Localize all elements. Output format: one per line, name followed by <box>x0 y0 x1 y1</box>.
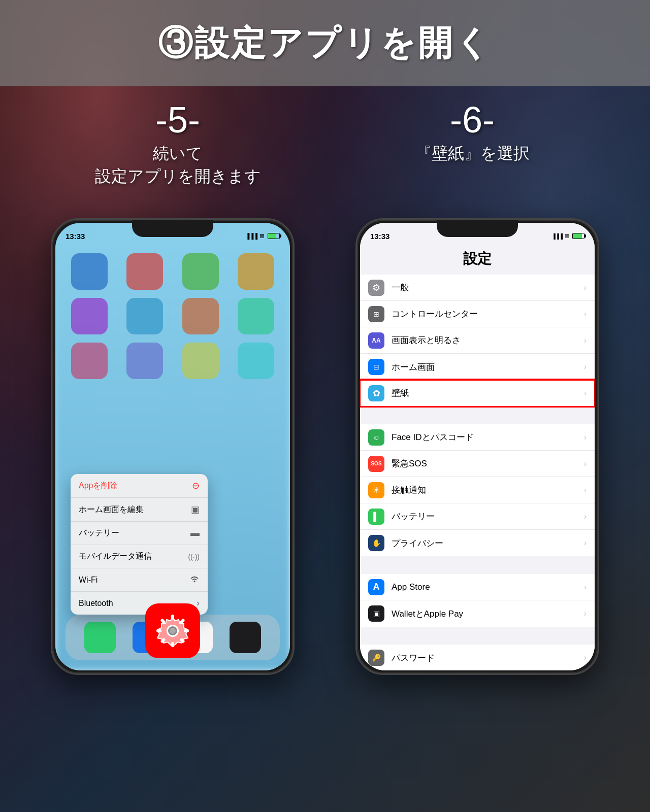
settings-control-chevron: › <box>584 310 587 319</box>
settings-wallpaper-chevron: › <box>584 389 587 398</box>
settings-general-icon: ⚙ <box>368 280 384 296</box>
settings-password-chevron: › <box>584 653 587 662</box>
context-menu-battery-label: バッテリー <box>79 528 119 538</box>
settings-row-privacy[interactable]: ✋ プライバシー › <box>360 530 595 556</box>
app-icon-7 <box>182 298 219 334</box>
settings-section-3: A App Store › ▣ WalletとApple Pay › <box>360 574 595 627</box>
svg-rect-5 <box>156 629 161 632</box>
settings-password-icon: 🔑 <box>368 650 384 666</box>
svg-point-0 <box>194 581 196 582</box>
settings-row-control-center[interactable]: ⊞ コントロールセンター › <box>360 301 595 327</box>
app-icon-1 <box>71 253 108 290</box>
phone-1-status-icons: ▐▐▐ 𝌆 <box>246 233 280 240</box>
settings-appstore-label: App Store <box>392 582 580 592</box>
context-menu-delete-icon: ⊖ <box>192 480 200 491</box>
settings-row-sos[interactable]: SOS 緊急SOS › <box>360 451 595 477</box>
phone-2-screen: 13:33 ▐▐▐ 𝌆 設定 <box>360 223 595 670</box>
context-menu-bluetooth-icon: › <box>197 598 200 608</box>
settings-battery-icon: ▌ <box>368 509 384 525</box>
app-icon-10 <box>126 343 163 379</box>
settings-gear-icon <box>154 613 191 649</box>
settings-section-2: ☺ Face IDとパスコード › SOS 緊急SOS › <box>360 424 595 556</box>
settings-appstore-icon: A <box>368 579 384 595</box>
context-menu-item-delete: Appを削除 ⊖ <box>71 474 208 498</box>
settings-section-4: 🔑 パスワード › <box>360 645 595 670</box>
settings-row-faceid[interactable]: ☺ Face IDとパスコード › <box>360 424 595 451</box>
svg-rect-3 <box>171 615 174 620</box>
settings-contact-label: 接触通知 <box>392 484 580 496</box>
phone-2-wifi-icon: 𝌆 <box>565 233 569 239</box>
settings-row-general[interactable]: ⚙ 一般 › <box>360 275 595 301</box>
context-menu-delete-label: Appを削除 <box>79 481 117 491</box>
context-menu-mobile-icon: ((·)) <box>188 553 200 561</box>
settings-password-label: パスワード <box>392 652 580 664</box>
settings-contact-chevron: › <box>584 486 587 495</box>
settings-wallet-icon: ▣ <box>368 605 384 622</box>
phone-1-status-bar: 13:33 ▐▐▐ 𝌆 <box>55 223 290 245</box>
settings-row-appstore[interactable]: A App Store › <box>360 574 595 600</box>
settings-sos-chevron: › <box>584 459 587 468</box>
settings-wallet-chevron: › <box>584 609 587 618</box>
context-menu-bluetooth-label: Bluetooth <box>79 599 113 608</box>
step-5-number: -5- <box>30 101 325 138</box>
settings-row-display[interactable]: AA 画面表示と明るさ › <box>360 327 595 354</box>
settings-icon-highlighted[interactable] <box>147 605 198 656</box>
context-menu-wifi-icon <box>189 574 200 585</box>
phone-2-status-bar: 13:33 ▐▐▐ 𝌆 <box>360 223 595 245</box>
context-menu-item-mobile-data: モバイルデータ通信 ((·)) <box>71 545 208 568</box>
settings-control-label: コントロールセンター <box>392 308 580 320</box>
settings-row-password[interactable]: 🔑 パスワード › <box>360 645 595 670</box>
settings-row-wallpaper[interactable]: ✿ 壁紙 › <box>360 380 595 407</box>
svg-point-12 <box>170 628 176 634</box>
settings-privacy-chevron: › <box>584 538 587 548</box>
phone-2-settings-screen: 13:33 ▐▐▐ 𝌆 設定 <box>360 223 595 670</box>
settings-row-contact-notify[interactable]: ☀ 接触通知 › <box>360 477 595 503</box>
phone-2-time: 13:33 <box>370 232 389 241</box>
settings-display-icon: AA <box>368 332 384 349</box>
app-icon-6 <box>126 298 163 334</box>
settings-wallet-label: WalletとApple Pay <box>392 608 580 620</box>
phone-1-home-screen: 13:33 ▐▐▐ 𝌆 <box>55 223 290 670</box>
svg-rect-6 <box>184 629 189 632</box>
app-icon-9 <box>71 343 108 379</box>
settings-faceid-chevron: › <box>584 433 587 442</box>
signal-icon: ▐▐▐ <box>246 233 257 239</box>
settings-privacy-icon: ✋ <box>368 535 384 551</box>
settings-contact-icon: ☀ <box>368 482 384 498</box>
phone-1-screen: 13:33 ▐▐▐ 𝌆 <box>55 223 290 670</box>
settings-home-label: ホーム画面 <box>392 361 580 373</box>
settings-list: ⚙ 一般 › ⊞ コントロールセンター › <box>360 275 595 670</box>
context-menu-edit-label: ホーム画面を編集 <box>79 504 144 515</box>
settings-row-home-screen[interactable]: ⊟ ホーム画面 › <box>360 354 595 380</box>
context-menu-edit-icon: ▣ <box>191 504 200 515</box>
phone-1-time: 13:33 <box>66 232 85 241</box>
settings-appstore-chevron: › <box>584 583 587 592</box>
home-icons-grid <box>66 253 280 379</box>
settings-battery-chevron: › <box>584 512 587 521</box>
settings-row-wallet[interactable]: ▣ WalletとApple Pay › <box>360 600 595 627</box>
wifi-status-icon: 𝌆 <box>259 233 265 240</box>
step-6: -6- 『壁紙』を選択 <box>325 91 620 188</box>
header: ③設定アプリを開く <box>0 0 650 86</box>
settings-battery-label: バッテリー <box>392 511 580 522</box>
phones-container: 13:33 ▐▐▐ 𝌆 <box>0 218 650 675</box>
step-6-desc: 『壁紙』を選択 <box>325 142 620 165</box>
phone-2-status-icons: ▐▐▐ 𝌆 <box>552 233 584 239</box>
app-icon-5 <box>71 298 108 334</box>
context-menu-battery-icon: ▬ <box>190 528 200 538</box>
phone-2-frame: 13:33 ▐▐▐ 𝌆 設定 <box>355 218 599 675</box>
app-icon-3 <box>182 253 219 290</box>
settings-row-battery[interactable]: ▌ バッテリー › <box>360 503 595 530</box>
header-title: ③設定アプリを開く <box>158 20 492 66</box>
context-menu: Appを削除 ⊖ ホーム画面を編集 ▣ バッテリー ▬ モバイルデータ通信 ((… <box>71 474 208 615</box>
settings-general-label: 一般 <box>392 282 580 293</box>
app-icon-2 <box>126 253 163 290</box>
phone-2-battery-icon <box>572 233 584 239</box>
settings-display-label: 画面表示と明るさ <box>392 334 580 346</box>
app-icon-11 <box>182 343 219 379</box>
settings-privacy-label: プライバシー <box>392 537 580 549</box>
context-menu-item-battery: バッテリー ▬ <box>71 522 208 545</box>
section-divider-1 <box>360 407 595 424</box>
settings-section-1: ⚙ 一般 › ⊞ コントロールセンター › <box>360 275 595 380</box>
context-menu-mobile-label: モバイルデータ通信 <box>79 551 152 562</box>
